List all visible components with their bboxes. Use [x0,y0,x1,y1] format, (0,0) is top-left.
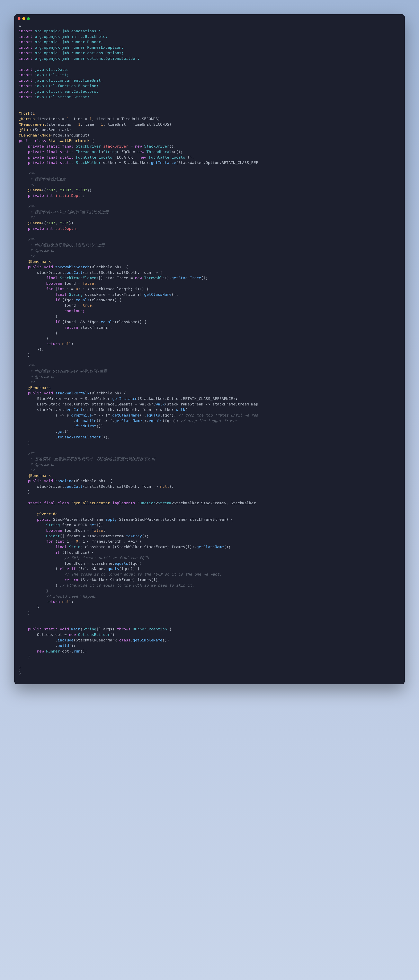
minimize-icon[interactable] [22,17,25,20]
method: build [57,644,69,648]
args: (). [142,418,149,423]
args: (initialDepth, callDepth, fqcn -> { [83,270,162,275]
kw: public class [19,138,49,143]
type: String [83,627,96,631]
kw-return: return [64,578,80,582]
dot: . [55,638,57,642]
args: (StackWalker.Option.RETAIN_CLASS_REFEREN… [137,396,238,401]
comment-inline: // drop the logger frames [181,418,238,423]
type: OptionsBuilder [78,632,110,637]
comment: /** [28,172,35,176]
eq: = [128,144,135,148]
rest: ; i < stackTrace.length; i++) { [78,287,149,291]
args: (). [140,413,146,417]
null: null [160,484,170,488]
kw-return: return [64,325,80,329]
comment: // Otherwise it is equal to the FQCN so … [60,583,194,587]
rest: className = stackTrace[i]. [83,292,144,297]
num: 1 [67,117,69,121]
kw-int: int [57,539,64,543]
comment: */ [28,183,35,187]
kw: private int [28,193,56,198]
expr: List<StackTraceElement> stackTraceElemen… [37,402,156,406]
var: [] frames = stackFrameStream. [60,534,126,538]
lambda: s -> s. [55,413,71,417]
args: , timeUnit = TimeUnit.SECONDS) [92,117,160,121]
comment: * @param bh [28,248,56,253]
type: Stream [158,501,171,505]
kw-new: new [135,276,144,280]
type: Throwable [144,276,165,280]
brace: } [46,336,49,340]
type: String [69,292,83,297]
var: i = [64,287,76,291]
angle: < [156,501,158,505]
method: get [57,430,64,434]
close-icon[interactable] [17,17,21,20]
rest: className = ((StackWalker.StackFrame) fr… [83,545,197,549]
type: StackTraceElement [60,276,98,280]
kw-import: import [19,56,33,60]
method: getInstance [151,161,176,165]
maximize-icon[interactable] [27,17,30,20]
kw-import: import [19,40,33,44]
annotation-override: @Override [37,512,57,516]
comment: * 测试通过抛出异常的方式获取代码行位置 [28,243,105,247]
kw-class: class [119,638,130,642]
paren: ( [185,407,187,412]
sig: (Blackhole bh) { [89,265,128,269]
args: (Mode.Throughput) [51,133,89,137]
field: initialDepth [55,193,83,198]
titlebar [14,14,405,21]
kw-throws: throws [117,627,133,631]
sig: (Blackhole bh) { [89,391,126,395]
class-name: StackWalkBenchmark [49,138,89,143]
comment: * @param bh [28,462,56,467]
parens: (); [69,644,76,648]
kw-final: final [55,545,69,549]
null: null [62,342,71,346]
comment: * @param bh [28,375,56,379]
method: equals [76,298,89,302]
args: (iterations = [46,122,78,126]
kw-return: return [46,600,62,604]
annotation-fork: @Fork [19,111,30,115]
parens: <>(); [171,150,183,154]
var: found = [62,281,83,286]
annotation-benchmark: @Benchmark [28,259,51,264]
args: (Scope.Benchmark) [33,127,71,132]
kw: private final static [28,161,76,165]
brace: { [167,627,171,631]
args: (initialDepth, callDepth, fqcn -> [83,484,160,488]
brace: }); [37,347,44,352]
rest: [] args) [96,627,117,631]
pkg-text: java.util.concurrent.TimeUnit; [33,78,103,83]
paren: ) [35,111,37,115]
pkg-text: org.openjdk.jmh.infra.Blackhole; [33,34,108,39]
var: fqcn = FQCN. [60,523,89,527]
kw-int: int [57,287,64,291]
kw-import: import [19,73,33,77]
string: "10" [46,221,56,225]
cond: (!foundFqcn) { [62,550,94,554]
annotation-param: @Param [28,221,42,225]
method: equals [149,418,162,423]
kw-return: return [46,342,62,346]
num: 1 [78,122,80,126]
annotation-benchmarkmode: @BenchmarkMode [19,133,51,137]
dot: . [55,435,57,439]
sig: (Stream<StackWalker.StackFrame> stackFra… [117,517,233,522]
brace: { [89,138,94,143]
expr: StackWalker walker = StackWalker. [37,396,112,401]
type: Runner [46,649,60,653]
code-area[interactable]: x import org.openjdk.jmh.annotations.*; … [14,21,405,684]
method: include [57,638,73,642]
args: (StackWalker.Option.RETAIN_CLASS_REF [176,161,258,165]
paren: ( [55,539,57,543]
args: ({ [41,221,46,225]
pkg-text: org.openjdk.jmh.runner.Runner; [33,40,103,44]
assign: foundFqcn = className. [64,561,114,566]
args: (fqcn)) [162,418,181,423]
args: ({ [41,188,46,192]
expr: (StackWalker.StackFrame) frames[i]; [80,578,160,582]
